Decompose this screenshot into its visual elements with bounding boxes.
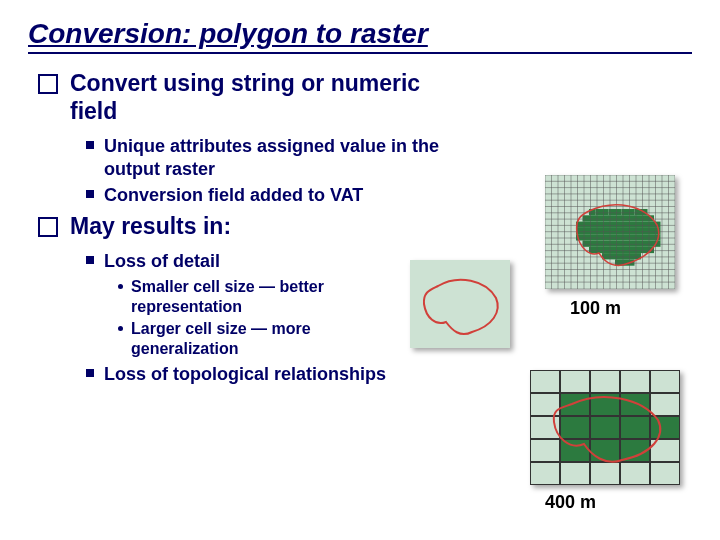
bullet-text: Larger cell size — more generalization xyxy=(131,319,391,359)
svg-rect-15 xyxy=(602,253,641,259)
subbullet-unique-attributes: Unique attributes assigned value in the … xyxy=(86,135,692,180)
figure-coarse-raster xyxy=(530,370,680,485)
bullet-text: Loss of topological relationships xyxy=(104,363,386,386)
svg-rect-61 xyxy=(590,416,620,439)
label-100m: 100 m xyxy=(570,298,621,319)
bullet-text: Convert using string or numeric field xyxy=(70,70,430,125)
square-dot-icon xyxy=(86,369,94,377)
svg-rect-5 xyxy=(622,209,629,215)
label-400m: 400 m xyxy=(545,492,596,513)
round-dot-icon xyxy=(118,284,123,289)
bullet-text: Loss of detail xyxy=(104,250,220,273)
page-title: Conversion: polygon to raster xyxy=(28,18,692,54)
raster-cells-icon xyxy=(576,209,661,266)
svg-rect-65 xyxy=(590,439,620,462)
square-bullet-icon xyxy=(38,217,58,237)
fine-raster-svg xyxy=(545,175,675,289)
round-dot-icon xyxy=(118,326,123,331)
bullet-text: Conversion field added to VAT xyxy=(104,184,363,207)
polygon-outline-icon xyxy=(424,280,498,334)
square-bullet-icon xyxy=(38,74,58,94)
svg-rect-60 xyxy=(560,416,590,439)
svg-rect-9 xyxy=(583,215,655,221)
svg-rect-2 xyxy=(602,209,609,215)
svg-rect-4 xyxy=(615,209,622,215)
svg-rect-12 xyxy=(576,234,661,240)
slide: Conversion: polygon to raster Convert us… xyxy=(0,0,720,540)
svg-rect-1 xyxy=(596,209,603,215)
svg-rect-11 xyxy=(576,228,661,234)
square-dot-icon xyxy=(86,190,94,198)
svg-rect-62 xyxy=(620,416,650,439)
figure-fine-raster xyxy=(545,175,675,289)
square-dot-icon xyxy=(86,256,94,264)
svg-rect-6 xyxy=(628,209,635,215)
vector-polygon-svg xyxy=(410,260,510,348)
svg-rect-63 xyxy=(650,416,680,439)
bullet-text: Smaller cell size — better representatio… xyxy=(131,277,391,317)
coarse-raster-svg xyxy=(530,370,680,485)
bullet-text: May results in: xyxy=(70,213,231,241)
bullet-convert-field: Convert using string or numeric field xyxy=(38,70,692,125)
square-dot-icon xyxy=(86,141,94,149)
svg-rect-10 xyxy=(576,222,661,228)
svg-rect-59 xyxy=(620,393,650,416)
figure-vector-polygon xyxy=(410,260,510,348)
bullet-text: Unique attributes assigned value in the … xyxy=(104,135,454,180)
subsub-larger-cell: Larger cell size — more generalization xyxy=(118,319,692,359)
svg-rect-14 xyxy=(589,247,654,253)
svg-rect-57 xyxy=(560,393,590,416)
svg-rect-3 xyxy=(609,209,616,215)
